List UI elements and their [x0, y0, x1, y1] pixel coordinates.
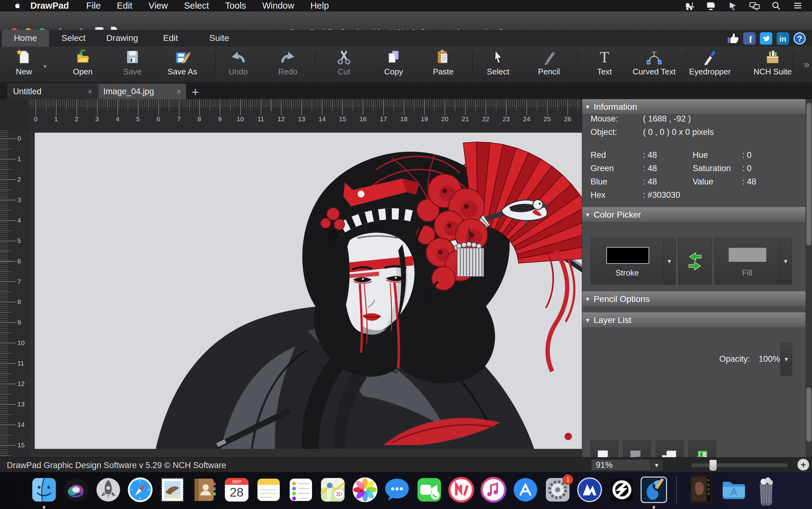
dock-item-safari[interactable] — [126, 476, 155, 504]
cursor-icon[interactable] — [727, 1, 738, 11]
menu-item-window[interactable]: Window — [254, 1, 302, 11]
ruler-number: 5 — [136, 115, 140, 123]
list-menu-icon[interactable] — [792, 1, 803, 11]
dock-item-nch-software[interactable] — [575, 476, 604, 504]
ribbon-tab-edit[interactable]: Edit — [158, 30, 184, 46]
opacity-dropdown[interactable]: ▾ — [780, 343, 792, 376]
toolbar-button-paste[interactable]: Paste — [418, 49, 468, 76]
stroke-dropdown[interactable]: ▾ — [663, 238, 676, 284]
dock-item-music[interactable] — [479, 476, 508, 504]
zoom-level-field[interactable]: 91% — [591, 460, 650, 471]
menu-item-help[interactable]: Help — [302, 1, 337, 11]
info-label: Hex — [590, 190, 606, 200]
ruler-number: 13 — [298, 115, 305, 123]
zoom-slider[interactable] — [691, 463, 788, 468]
ruler-number: 10 — [18, 339, 25, 346]
toolbar-overflow-icon[interactable]: » — [804, 58, 810, 70]
toolbar-button-undo[interactable]: Undo — [214, 49, 263, 76]
toolbar-button-new[interactable]: New — [0, 49, 49, 76]
document-tab-untitled[interactable]: Untitled× — [8, 84, 98, 99]
menu-item-file[interactable]: File — [78, 1, 109, 11]
dock-item-document-thumbnail[interactable] — [689, 475, 713, 503]
dock-item-launchpad[interactable] — [94, 476, 123, 504]
dock-item-facetime[interactable] — [415, 476, 444, 504]
svg-text:28: 28 — [230, 485, 244, 499]
menu-item-view[interactable]: View — [140, 1, 176, 11]
toolbar-button-redo[interactable]: Redo — [263, 49, 313, 76]
drawing-canvas[interactable] — [29, 130, 583, 457]
toolbar-separator — [315, 50, 316, 77]
cut-icon — [319, 49, 369, 66]
dock-item-app-store[interactable] — [511, 476, 540, 504]
facebook-icon[interactable]: f — [743, 32, 755, 45]
dock-item-maps[interactable]: 3D — [319, 476, 347, 504]
display-icon[interactable] — [705, 1, 716, 11]
fill-color-button[interactable]: Fill — [714, 238, 780, 284]
dock-item-siri[interactable] — [62, 476, 90, 504]
toolbar-button-nch-suite[interactable]: NCH Suite — [748, 49, 798, 76]
scrollbar-thumb[interactable] — [806, 103, 811, 245]
zoom-in-button[interactable]: + — [798, 459, 809, 471]
toolbar-button-copy[interactable]: Copy — [369, 49, 418, 76]
dock-item-photos[interactable] — [351, 476, 379, 504]
dual-display-icon[interactable] — [749, 1, 760, 11]
color-picker-section-header[interactable]: ▾ Color Picker — [582, 207, 806, 223]
dock-item-notes[interactable] — [254, 476, 283, 504]
linkedin-icon[interactable]: in — [777, 32, 789, 45]
apple-menu-icon[interactable] — [12, 1, 23, 11]
status-text: DrawPad Graphic Design Software v 5.29 ©… — [7, 461, 226, 470]
twitter-icon[interactable] — [760, 32, 772, 45]
new-dropdown-arrow[interactable]: ▾ — [43, 63, 46, 70]
dock-item-reminders[interactable] — [287, 476, 315, 504]
close-tab-icon[interactable]: × — [170, 87, 181, 96]
toolbar-button-save[interactable]: Save — [108, 49, 157, 76]
dock-item-messages[interactable] — [383, 476, 411, 504]
spotlight-search-icon[interactable] — [771, 1, 782, 11]
toolbar-button-pencil[interactable]: Pencil — [524, 49, 574, 76]
dock-item-mail[interactable] — [158, 476, 187, 504]
close-tab-icon[interactable]: × — [82, 87, 92, 96]
dock-item-drawpad[interactable] — [640, 476, 668, 504]
dock-item-express-app[interactable] — [608, 476, 636, 504]
menu-item-edit[interactable]: Edit — [109, 1, 140, 11]
stroke-color-button[interactable]: Stroke — [590, 238, 664, 284]
dock-item-news[interactable] — [447, 476, 476, 504]
toolbar-button-eyedropper[interactable]: Eyedropper — [685, 49, 735, 76]
information-section-header[interactable]: ▾ Information — [582, 99, 806, 115]
zoom-dropdown[interactable]: ▾ — [650, 460, 663, 471]
menu-item-select[interactable]: Select — [176, 1, 217, 11]
dock-item-trash[interactable] — [752, 474, 780, 507]
document-tab-image_04-jpg[interactable]: Image_04.jpg× — [98, 84, 186, 99]
ribbon-tab-drawing[interactable]: Drawing — [102, 30, 143, 46]
menu-item-tools[interactable]: Tools — [217, 1, 254, 11]
dock-item-contacts[interactable] — [190, 476, 219, 504]
toolbar-button-save-as[interactable]: Save As — [158, 49, 207, 76]
pencil-options-section-header[interactable]: ▾ Pencil Options — [582, 292, 806, 307]
scrollbar-thumb[interactable] — [806, 387, 811, 442]
ribbon-tab-select[interactable]: Select — [55, 30, 92, 46]
fill-dropdown[interactable]: ▾ — [779, 238, 792, 284]
toolbar-button-select[interactable]: Select — [473, 49, 523, 76]
forklift-icon[interactable] — [684, 1, 695, 11]
menu-app-name[interactable]: DrawPad — [23, 1, 78, 11]
help-icon[interactable]: ? — [793, 32, 806, 45]
dock-item-finder[interactable] — [30, 476, 58, 504]
dock-running-indicator — [653, 506, 655, 509]
toolbar-label: Save — [108, 67, 157, 76]
new-tab-button[interactable]: + — [192, 85, 199, 99]
svg-text:T: T — [652, 50, 657, 58]
toolbar-button-text[interactable]: TText — [580, 49, 629, 76]
panel-scrollbar[interactable] — [806, 99, 812, 457]
dock-item-calendar[interactable]: SEP28 — [222, 476, 251, 504]
like-icon[interactable] — [726, 32, 739, 45]
dock-item-applications-folder[interactable] — [720, 476, 748, 504]
toolbar-button-cut[interactable]: Cut — [319, 49, 369, 76]
swap-stroke-fill-button[interactable] — [678, 238, 712, 284]
toolbar-button-open[interactable]: Open — [58, 49, 108, 76]
layer-list-section-header[interactable]: ▾ Layer List — [582, 312, 806, 328]
ribbon-tab-suite[interactable]: Suite — [202, 30, 236, 46]
zoom-slider-thumb[interactable] — [709, 460, 717, 471]
toolbar-button-curved-text[interactable]: TCurved Text — [629, 49, 679, 76]
ribbon-tab-home[interactable]: Home — [2, 30, 49, 46]
info-value: : 48 — [742, 177, 756, 186]
